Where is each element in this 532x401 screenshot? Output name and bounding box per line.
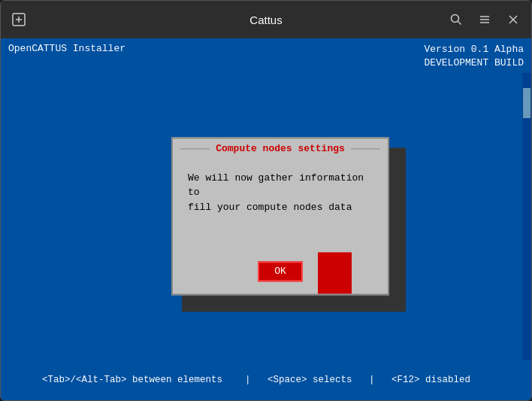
dialog-container: Compute nodes settings We will now gathe… [171, 137, 397, 302]
dialog-titlebar: Compute nodes settings [173, 138, 388, 159]
svg-point-3 [452, 15, 459, 23]
red-square-decoration [318, 252, 352, 293]
terminal-content: Compute nodes settings We will now gathe… [1, 73, 531, 360]
app-title-text: Cattus [249, 14, 282, 26]
new-tab-button[interactable] [7, 8, 31, 32]
titlebar-right [444, 8, 525, 32]
dialog-message: We will now gather information to fill y… [188, 171, 373, 215]
scrollbar-thumb[interactable] [523, 88, 530, 118]
svg-line-4 [458, 22, 461, 25]
ok-button[interactable]: OK [258, 261, 303, 281]
status-bar: <Tab>/<Alt-Tab> between elements | <Spac… [1, 360, 531, 400]
titlebar: Cattus [1, 1, 531, 38]
scrollbar[interactable] [522, 73, 531, 360]
main-window: Cattus [0, 0, 532, 401]
installer-label: OpenCATTUS Installer [8, 43, 125, 70]
close-button[interactable] [501, 8, 525, 32]
dialog-message-line2: fill your compute nodes data [188, 200, 373, 215]
dialog-message-line1: We will now gather information to [188, 171, 373, 200]
version-line1: Version 0.1 Alpha [424, 43, 524, 56]
dialog: Compute nodes settings We will now gathe… [171, 137, 389, 295]
version-line2: DEVELOPMENT BUILD [424, 56, 524, 70]
dialog-body: We will now gather information to fill y… [173, 159, 388, 293]
terminal-area: OpenCATTUS Installer Version 0.1 Alpha D… [1, 38, 531, 400]
status-bar-text: <Tab>/<Alt-Tab> between elements | <Spac… [42, 375, 470, 385]
version-info: Version 0.1 Alpha DEVELOPMENT BUILD [424, 43, 524, 70]
terminal-top-bar: OpenCATTUS Installer Version 0.1 Alpha D… [1, 38, 531, 73]
dialog-title: Compute nodes settings [210, 143, 351, 154]
search-button[interactable] [444, 8, 468, 32]
titlebar-left [7, 8, 31, 32]
menu-button[interactable] [473, 8, 497, 32]
app-title: Cattus [249, 14, 282, 26]
